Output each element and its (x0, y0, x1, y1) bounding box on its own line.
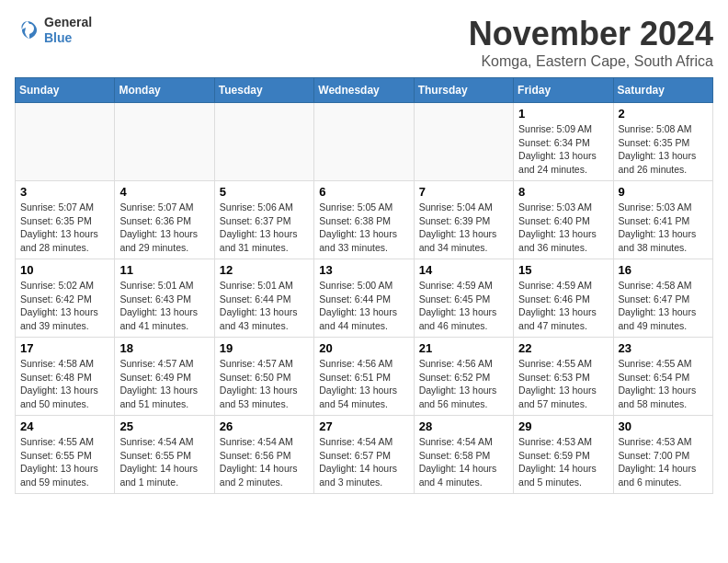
logo: General Blue (15, 15, 92, 46)
day-info: Sunrise: 5:09 AM Sunset: 6:34 PM Dayligh… (518, 122, 608, 177)
day-number: 27 (319, 419, 408, 433)
day-info: Sunrise: 4:55 AM Sunset: 6:54 PM Dayligh… (619, 357, 708, 411)
calendar-cell: 14Sunrise: 4:59 AM Sunset: 6:45 PM Dayli… (414, 259, 513, 338)
calendar-cell: 29Sunrise: 4:53 AM Sunset: 6:59 PM Dayli… (514, 416, 613, 494)
day-info: Sunrise: 5:03 AM Sunset: 6:40 PM Dayligh… (518, 201, 608, 255)
day-info: Sunrise: 5:02 AM Sunset: 6:42 PM Dayligh… (20, 279, 109, 333)
day-number: 4 (119, 185, 209, 199)
day-info: Sunrise: 4:59 AM Sunset: 6:45 PM Dayligh… (419, 279, 508, 333)
day-number: 7 (419, 185, 508, 199)
week-row-5: 24Sunrise: 4:55 AM Sunset: 6:55 PM Dayli… (16, 416, 713, 494)
calendar-cell: 15Sunrise: 4:59 AM Sunset: 6:46 PM Dayli… (514, 259, 613, 338)
day-info: Sunrise: 4:55 AM Sunset: 6:53 PM Dayligh… (518, 357, 608, 411)
day-number: 26 (220, 419, 309, 433)
calendar-cell: 10Sunrise: 5:02 AM Sunset: 6:42 PM Dayli… (16, 259, 115, 338)
day-number: 16 (619, 263, 708, 277)
day-info: Sunrise: 4:53 AM Sunset: 6:59 PM Dayligh… (518, 435, 608, 489)
day-info: Sunrise: 4:54 AM Sunset: 6:55 PM Dayligh… (119, 435, 209, 489)
calendar-cell: 20Sunrise: 4:56 AM Sunset: 6:51 PM Dayli… (314, 338, 414, 416)
day-number: 12 (220, 263, 309, 277)
day-info: Sunrise: 4:54 AM Sunset: 6:58 PM Dayligh… (419, 435, 508, 489)
day-info: Sunrise: 4:54 AM Sunset: 6:57 PM Dayligh… (319, 435, 408, 489)
day-info: Sunrise: 4:57 AM Sunset: 6:50 PM Dayligh… (220, 357, 309, 411)
calendar-cell (414, 103, 513, 181)
calendar-cell: 12Sunrise: 5:01 AM Sunset: 6:44 PM Dayli… (214, 259, 313, 338)
day-info: Sunrise: 5:07 AM Sunset: 6:36 PM Dayligh… (119, 201, 209, 255)
calendar-cell: 23Sunrise: 4:55 AM Sunset: 6:54 PM Dayli… (613, 338, 712, 416)
logo-text: General Blue (44, 15, 92, 46)
calendar-cell: 25Sunrise: 4:54 AM Sunset: 6:55 PM Dayli… (115, 416, 214, 494)
weekday-header-saturday: Saturday (613, 78, 712, 103)
day-info: Sunrise: 4:56 AM Sunset: 6:52 PM Dayligh… (419, 357, 508, 411)
calendar-cell: 6Sunrise: 5:05 AM Sunset: 6:38 PM Daylig… (314, 181, 414, 259)
day-info: Sunrise: 5:08 AM Sunset: 6:35 PM Dayligh… (619, 122, 708, 177)
day-info: Sunrise: 5:04 AM Sunset: 6:39 PM Dayligh… (419, 201, 508, 255)
calendar-cell: 3Sunrise: 5:07 AM Sunset: 6:35 PM Daylig… (16, 181, 115, 259)
day-number: 1 (518, 107, 608, 121)
calendar-cell: 19Sunrise: 4:57 AM Sunset: 6:50 PM Dayli… (214, 338, 313, 416)
page-header: General Blue November 2024 Komga, Easter… (15, 15, 713, 70)
calendar-cell: 28Sunrise: 4:54 AM Sunset: 6:58 PM Dayli… (414, 416, 513, 494)
day-info: Sunrise: 5:00 AM Sunset: 6:44 PM Dayligh… (319, 279, 408, 333)
day-number: 21 (419, 341, 508, 355)
week-row-4: 17Sunrise: 4:58 AM Sunset: 6:48 PM Dayli… (16, 338, 713, 416)
day-number: 9 (619, 185, 708, 199)
logo-blue: Blue (44, 30, 92, 46)
day-info: Sunrise: 4:55 AM Sunset: 6:55 PM Dayligh… (20, 435, 109, 489)
day-number: 25 (119, 419, 209, 433)
day-number: 5 (220, 185, 309, 199)
calendar-cell: 18Sunrise: 4:57 AM Sunset: 6:49 PM Dayli… (115, 338, 214, 416)
calendar-cell: 4Sunrise: 5:07 AM Sunset: 6:36 PM Daylig… (115, 181, 214, 259)
calendar-cell: 8Sunrise: 5:03 AM Sunset: 6:40 PM Daylig… (514, 181, 613, 259)
day-info: Sunrise: 5:05 AM Sunset: 6:38 PM Dayligh… (319, 201, 408, 255)
weekday-header-wednesday: Wednesday (314, 78, 414, 103)
day-info: Sunrise: 4:58 AM Sunset: 6:47 PM Dayligh… (619, 279, 708, 333)
calendar-cell: 7Sunrise: 5:04 AM Sunset: 6:39 PM Daylig… (414, 181, 513, 259)
day-number: 8 (518, 185, 608, 199)
weekday-header-thursday: Thursday (414, 78, 513, 103)
day-info: Sunrise: 5:06 AM Sunset: 6:37 PM Dayligh… (220, 201, 309, 255)
day-number: 13 (319, 263, 408, 277)
day-info: Sunrise: 4:59 AM Sunset: 6:46 PM Dayligh… (518, 279, 608, 333)
weekday-header-monday: Monday (115, 78, 214, 103)
day-number: 14 (419, 263, 508, 277)
calendar-cell (16, 103, 115, 181)
day-number: 11 (119, 263, 209, 277)
day-info: Sunrise: 4:56 AM Sunset: 6:51 PM Dayligh… (319, 357, 408, 411)
weekday-header-row: SundayMondayTuesdayWednesdayThursdayFrid… (16, 78, 713, 103)
month-title: November 2024 (469, 15, 713, 53)
calendar-cell: 5Sunrise: 5:06 AM Sunset: 6:37 PM Daylig… (214, 181, 313, 259)
day-info: Sunrise: 4:53 AM Sunset: 7:00 PM Dayligh… (619, 435, 708, 489)
day-number: 29 (518, 419, 608, 433)
calendar-cell: 16Sunrise: 4:58 AM Sunset: 6:47 PM Dayli… (613, 259, 712, 338)
day-number: 24 (20, 419, 109, 433)
weekday-header-tuesday: Tuesday (214, 78, 313, 103)
calendar-table: SundayMondayTuesdayWednesdayThursdayFrid… (15, 77, 713, 494)
week-row-1: 1Sunrise: 5:09 AM Sunset: 6:34 PM Daylig… (16, 103, 713, 181)
day-number: 3 (20, 185, 109, 199)
calendar-cell: 17Sunrise: 4:58 AM Sunset: 6:48 PM Dayli… (16, 338, 115, 416)
weekday-header-friday: Friday (514, 78, 613, 103)
day-number: 18 (119, 341, 209, 355)
day-number: 17 (20, 341, 109, 355)
day-info: Sunrise: 5:01 AM Sunset: 6:43 PM Dayligh… (119, 279, 209, 333)
day-number: 6 (319, 185, 408, 199)
week-row-3: 10Sunrise: 5:02 AM Sunset: 6:42 PM Dayli… (16, 259, 713, 338)
day-number: 30 (619, 419, 708, 433)
day-number: 15 (518, 263, 608, 277)
calendar-cell: 2Sunrise: 5:08 AM Sunset: 6:35 PM Daylig… (613, 103, 712, 181)
day-number: 23 (619, 341, 708, 355)
day-number: 20 (319, 341, 408, 355)
calendar-cell: 9Sunrise: 5:03 AM Sunset: 6:41 PM Daylig… (613, 181, 712, 259)
day-number: 19 (220, 341, 309, 355)
day-number: 28 (419, 419, 508, 433)
logo-general: General (44, 15, 92, 30)
week-row-2: 3Sunrise: 5:07 AM Sunset: 6:35 PM Daylig… (16, 181, 713, 259)
calendar-cell: 1Sunrise: 5:09 AM Sunset: 6:34 PM Daylig… (514, 103, 613, 181)
calendar-cell: 27Sunrise: 4:54 AM Sunset: 6:57 PM Dayli… (314, 416, 414, 494)
day-info: Sunrise: 5:01 AM Sunset: 6:44 PM Dayligh… (220, 279, 309, 333)
day-number: 22 (518, 341, 608, 355)
calendar-cell: 13Sunrise: 5:00 AM Sunset: 6:44 PM Dayli… (314, 259, 414, 338)
calendar-cell (214, 103, 313, 181)
calendar-cell: 21Sunrise: 4:56 AM Sunset: 6:52 PM Dayli… (414, 338, 513, 416)
